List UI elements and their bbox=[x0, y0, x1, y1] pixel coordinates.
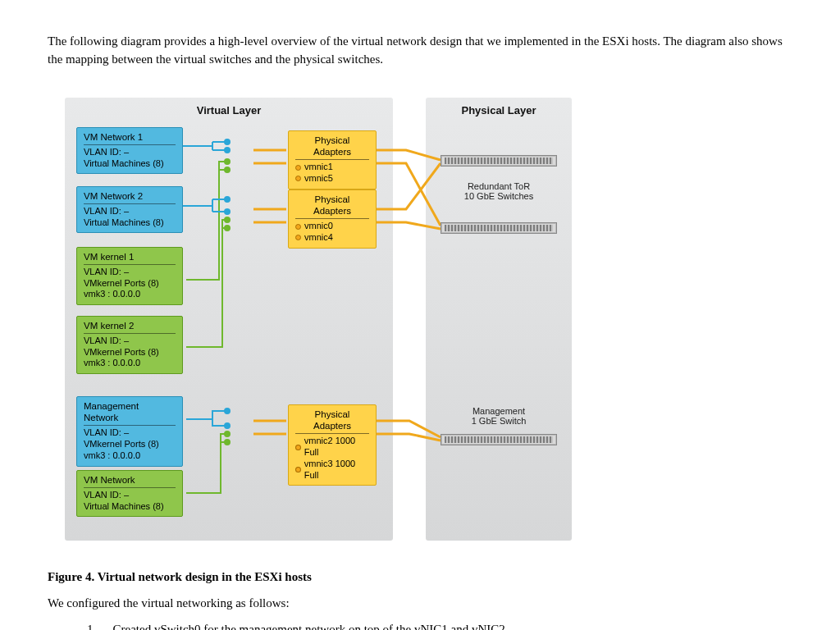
physical-adapters-mid: Physical Adapters vmnic0 vmnic4 bbox=[288, 189, 377, 249]
port-count: Virtual Machines (8) bbox=[84, 158, 176, 170]
mgmt-switch bbox=[441, 434, 557, 445]
intro-paragraph: The following diagram provides a high-le… bbox=[48, 33, 792, 69]
management-network-box: Management Network VLAN ID: – VMkernel P… bbox=[76, 396, 183, 467]
box-title: VM kernel 2 bbox=[84, 320, 176, 331]
vmk-ip: vmk3 : 0.0.0.0 bbox=[84, 450, 176, 462]
vm-kernel-2-box: VM kernel 2 VLAN ID: – VMkernel Ports (8… bbox=[76, 316, 183, 375]
followup-paragraph: We configured the virtual networking as … bbox=[48, 596, 792, 610]
port-count: Virtual Machines (8) bbox=[84, 217, 176, 229]
port-count: VMkernel Ports (8) bbox=[84, 439, 176, 450]
physical-layer-title: Physical Layer bbox=[426, 104, 572, 116]
nic-name: vmnic0 bbox=[304, 221, 333, 232]
list-item-cutoff: 1 Created vSwitch0 for the management ne… bbox=[87, 623, 792, 631]
port-count: VMkernel Ports (8) bbox=[84, 347, 176, 358]
vlan-id: VLAN ID: – bbox=[84, 427, 176, 439]
box-title: VM Network 1 bbox=[84, 131, 176, 143]
box-title: VM Network bbox=[84, 474, 176, 486]
nic-icon bbox=[295, 165, 301, 171]
vm-network-box: VM Network VLAN ID: – Virtual Machines (… bbox=[76, 470, 183, 518]
vlan-id: VLAN ID: – bbox=[84, 490, 176, 501]
nic-icon bbox=[295, 176, 301, 181]
tor-switch-2 bbox=[441, 222, 557, 234]
nic-icon bbox=[295, 235, 301, 240]
figure-caption: Figure 4. Virtual network design in the … bbox=[48, 570, 792, 584]
box-title: Physical Adapters bbox=[295, 409, 369, 432]
box-title: Management Network bbox=[84, 400, 176, 424]
vlan-id: VLAN ID: – bbox=[84, 206, 176, 217]
nic-icon bbox=[295, 445, 301, 450]
nic-name: vmnic3 1000 Full bbox=[304, 459, 369, 482]
tor-switch-label: Redundant ToR 10 GbE Switches bbox=[426, 181, 572, 201]
nic-name: vmnic4 bbox=[304, 232, 333, 244]
network-diagram: Virtual Layer Physical Layer bbox=[48, 84, 589, 558]
vm-network-1-box: VM Network 1 VLAN ID: – Virtual Machines… bbox=[76, 127, 183, 175]
port-count: Virtual Machines (8) bbox=[84, 501, 176, 513]
vm-kernel-1-box: VM kernel 1 VLAN ID: – VMkernel Ports (8… bbox=[76, 247, 183, 306]
vlan-id: VLAN ID: – bbox=[84, 147, 176, 158]
vlan-id: VLAN ID: – bbox=[84, 336, 176, 347]
vlan-id: VLAN ID: – bbox=[84, 267, 176, 278]
nic-name: vmnic5 bbox=[304, 173, 333, 185]
physical-adapters-top: Physical Adapters vmnic1 vmnic5 bbox=[288, 130, 377, 189]
port-count: VMkernel Ports (8) bbox=[84, 278, 176, 290]
nic-icon bbox=[295, 467, 301, 472]
nic-name: vmnic1 bbox=[304, 162, 333, 173]
vmk-ip: vmk3 : 0.0.0.0 bbox=[84, 358, 176, 369]
box-title: Physical Adapters bbox=[295, 135, 369, 158]
nic-icon bbox=[295, 224, 301, 230]
box-title: VM Network 2 bbox=[84, 190, 176, 202]
vm-network-2-box: VM Network 2 VLAN ID: – Virtual Machines… bbox=[76, 186, 183, 234]
physical-adapters-bottom: Physical Adapters vmnic2 1000 Full vmnic… bbox=[288, 404, 377, 486]
mgmt-switch-label: Management 1 GbE Switch bbox=[426, 406, 572, 426]
vmk-ip: vmk3 : 0.0.0.0 bbox=[84, 289, 176, 300]
virtual-layer-title: Virtual Layer bbox=[65, 104, 393, 116]
tor-switch-1 bbox=[441, 155, 557, 167]
nic-name: vmnic2 1000 Full bbox=[304, 436, 369, 459]
box-title: VM kernel 1 bbox=[84, 251, 176, 262]
box-title: Physical Adapters bbox=[295, 194, 369, 217]
